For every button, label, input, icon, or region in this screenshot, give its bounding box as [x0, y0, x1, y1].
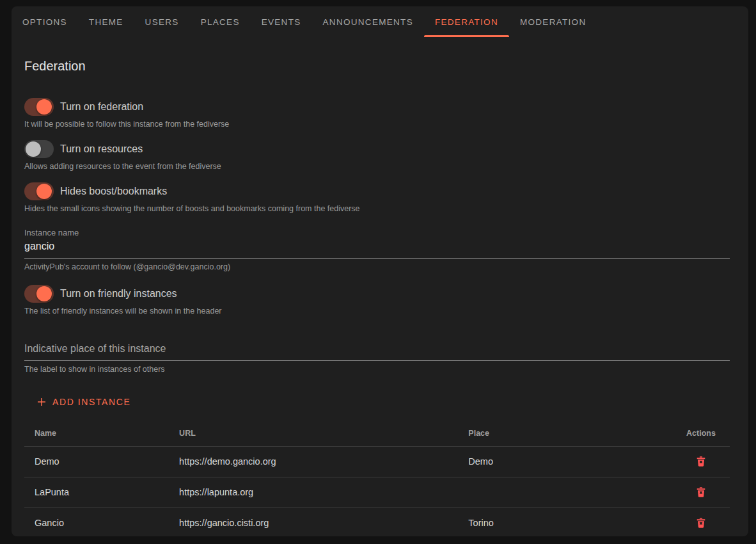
instance-name-cell: Demo [24, 446, 169, 477]
setting-resources: Turn on resources Allows adding resource… [24, 140, 730, 172]
tab-announcements[interactable]: ANNOUNCEMENTS [312, 6, 424, 37]
delete-instance-button[interactable] [692, 452, 710, 470]
instance-name-input[interactable] [24, 239, 730, 259]
tab-theme[interactable]: THEME [78, 6, 134, 37]
delete-instance-button[interactable] [692, 514, 710, 532]
federation-toggle-hint: It will be possible to follow this insta… [24, 120, 730, 129]
admin-panel: OPTIONS THEME USERS PLACES EVENTS ANNOUN… [12, 6, 748, 536]
setting-friendly-instances: Turn on friendly instances The list of f… [24, 285, 730, 316]
column-header-url: URL [169, 420, 458, 446]
trash-delete-icon [695, 455, 707, 468]
toggle-thumb [36, 99, 52, 115]
federation-toggle[interactable] [24, 98, 54, 116]
instance-url-cell: https://demo.gancio.org [169, 446, 458, 477]
boost-bookmarks-toggle[interactable] [24, 182, 54, 200]
resources-toggle[interactable] [24, 140, 54, 158]
tab-options[interactable]: OPTIONS [12, 6, 78, 37]
add-instance-button[interactable]: ADD INSTANCE [32, 391, 141, 413]
federation-toggle-label: Turn on federation [60, 101, 143, 113]
instance-place-cell: Torino [458, 508, 672, 536]
tab-moderation[interactable]: MODERATION [509, 6, 597, 37]
tab-places[interactable]: PLACES [190, 6, 251, 37]
instance-row: LaPunta https://lapunta.org [24, 477, 730, 508]
add-instance-label: ADD INSTANCE [52, 397, 130, 407]
tab-federation[interactable]: FEDERATION [424, 6, 509, 37]
plus-icon [36, 396, 47, 408]
instance-place-field-block: The label to show in instances of others [24, 339, 730, 374]
toggle-thumb [36, 286, 52, 301]
resources-toggle-hint: Allows adding resources to the event fro… [24, 162, 730, 172]
instance-row: Gancio https://gancio.cisti.org Torino [24, 508, 730, 536]
friendly-instances-toggle-hint: The list of friendly instances will be s… [24, 307, 730, 316]
instance-row: Demo https://demo.gancio.org Demo [24, 446, 730, 477]
toggle-thumb [26, 141, 41, 157]
table-header-row: Name URL Place Actions [24, 420, 730, 446]
setting-boost-bookmarks: Hides boost/bookmarks Hides the small ic… [24, 182, 730, 214]
page-title: Federation [24, 59, 730, 74]
column-header-actions: Actions [672, 420, 730, 446]
friendly-instances-toggle-label: Turn on friendly instances [60, 288, 177, 300]
friendly-instances-table: Name URL Place Actions Demo https://demo… [24, 420, 730, 536]
admin-tabbar: OPTIONS THEME USERS PLACES EVENTS ANNOUN… [12, 6, 748, 37]
setting-federation: Turn on federation It will be possible t… [24, 98, 730, 129]
instance-name-hint: ActivityPub's account to follow (@gancio… [24, 262, 730, 272]
instance-place-cell [458, 477, 672, 508]
federation-settings: Federation Turn on federation It will be… [12, 37, 748, 536]
instance-place-input[interactable] [24, 339, 730, 361]
friendly-instances-toggle[interactable] [24, 285, 54, 303]
boost-bookmarks-toggle-label: Hides boost/bookmarks [60, 186, 167, 197]
instance-name-cell: Gancio [24, 508, 169, 536]
trash-delete-icon [695, 516, 707, 529]
boost-bookmarks-toggle-hint: Hides the small icons showing the number… [24, 204, 730, 214]
tab-users[interactable]: USERS [134, 6, 190, 37]
column-header-place: Place [458, 420, 672, 446]
instance-url-cell: https://gancio.cisti.org [169, 508, 458, 536]
instance-name-cell: LaPunta [24, 477, 169, 508]
resources-toggle-label: Turn on resources [60, 143, 143, 155]
instance-place-hint: The label to show in instances of others [24, 365, 730, 374]
tab-events[interactable]: EVENTS [251, 6, 312, 37]
instance-name-label: Instance name [24, 228, 730, 237]
toggle-thumb [36, 184, 52, 199]
delete-instance-button[interactable] [692, 483, 710, 501]
instance-place-cell: Demo [458, 446, 672, 477]
instance-url-cell: https://lapunta.org [169, 477, 458, 508]
instance-name-field-block: Instance name ActivityPub's account to f… [24, 228, 730, 272]
add-instance-row: ADD INSTANCE [24, 391, 730, 413]
trash-delete-icon [695, 486, 707, 499]
column-header-name: Name [24, 420, 169, 446]
